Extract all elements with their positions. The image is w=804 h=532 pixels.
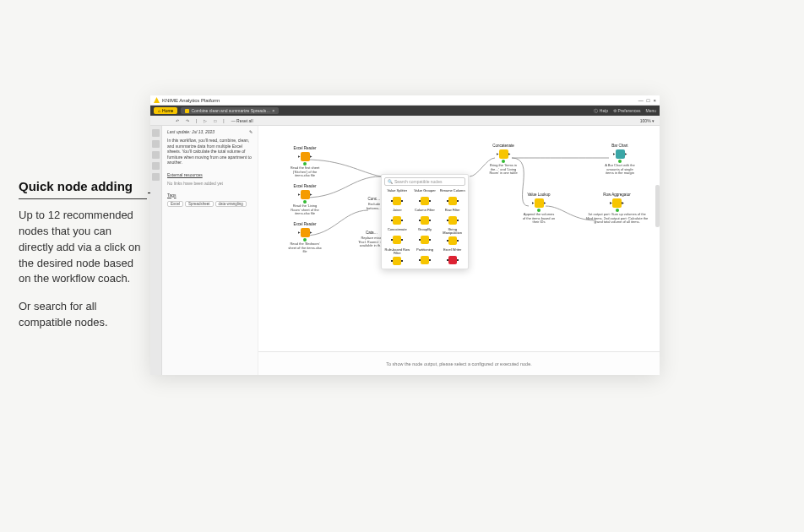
node-icon	[393, 257, 401, 265]
recommended-node-item[interactable]: Row Filter	[439, 208, 465, 225]
tags-heading: Tags	[167, 193, 253, 198]
tag-item[interactable]: Spreadsheet	[185, 201, 214, 207]
edit-desc-icon[interactable]: ✎	[249, 129, 253, 134]
workflow-canvas[interactable]: Excel Reader Read the first sheet ('Kitc…	[258, 126, 660, 351]
tab-close-icon[interactable]: ×	[272, 108, 274, 113]
canvas-scrollbar[interactable]	[655, 185, 660, 227]
sidebar-description-icon[interactable]	[152, 129, 160, 137]
zoom-dropdown[interactable]: 100% ▾	[640, 118, 655, 123]
preferences-link[interactable]: ⚙ Preferences	[613, 108, 640, 113]
value-lookup-icon	[535, 198, 544, 208]
node-icon	[393, 216, 401, 225]
window-maximize-button[interactable]: □	[647, 98, 650, 103]
home-button[interactable]: ⌂ Home	[154, 107, 177, 114]
node-icon	[448, 236, 457, 245]
node-bar-chart[interactable]: Bar Chart A Bar Chart with the amounts o…	[603, 144, 637, 176]
sidebar-settings-icon[interactable]	[152, 173, 160, 181]
node-label: Value Splitter	[384, 189, 410, 196]
node-icon	[393, 197, 401, 205]
window-title: KNIME Analytics Platform	[162, 98, 220, 103]
node-label: GroupBy	[412, 228, 438, 235]
concatenate-icon	[499, 149, 508, 159]
toolbar-run-icon[interactable]: ▷	[204, 118, 207, 123]
excel-reader-icon	[301, 190, 310, 199]
node-excel-reader-1[interactable]: Excel Reader Read the first sheet ('Kitc…	[288, 147, 322, 178]
window-minimize-button[interactable]: —	[638, 98, 644, 103]
sidebar-rail	[150, 126, 162, 375]
annotation-p2: Or search for all compatible nodes.	[19, 299, 147, 331]
recommended-node-item[interactable]: Column Filter	[412, 208, 438, 225]
node-icon	[421, 197, 429, 205]
annotation-p1: Up to 12 recommended nodes that you can …	[19, 208, 147, 287]
workflow-tab-icon	[185, 109, 189, 113]
quick-add-popup: 🔍 Search compatible nodes Value Splitter…	[381, 174, 469, 269]
toolbar-stop-icon[interactable]: □	[214, 118, 216, 123]
recommended-node-item[interactable]: Value Grouper	[412, 188, 438, 206]
content-area: Last update: Jul 13, 2023 ✎ In this work…	[150, 126, 660, 375]
search-icon: 🔍	[388, 179, 393, 184]
node-label: Joiner	[384, 209, 410, 215]
recommended-nodes-grid: Value SplitterValue GrouperRename Column…	[384, 188, 465, 266]
node-search-input[interactable]: 🔍 Search compatible nodes	[384, 177, 465, 186]
row-aggregator-icon	[612, 198, 622, 208]
last-update-label: Last update: Jul 13, 2023	[167, 129, 215, 134]
recommended-node-item[interactable]: Concatenate	[384, 227, 410, 246]
node-label: Excel Writer	[439, 248, 465, 255]
recommended-node-item[interactable]: Value Splitter	[384, 188, 410, 206]
canvas-wrap: Excel Reader Read the first sheet ('Kitc…	[258, 126, 660, 375]
sidebar-repository-icon[interactable]	[152, 140, 160, 148]
toolbar-redo-icon[interactable]: ↷	[186, 118, 189, 123]
node-label: Column Filter	[412, 209, 438, 215]
reset-all-button[interactable]: — Reset all	[231, 118, 253, 123]
external-resources-heading: External resources	[167, 172, 253, 177]
recommended-node-item[interactable]: Rule-based Row Filter	[384, 247, 410, 266]
node-icon	[421, 216, 429, 225]
status-message: To show the node output, please select a…	[386, 361, 531, 366]
node-icon	[421, 236, 429, 244]
node-icon	[448, 216, 457, 225]
recommended-node-item[interactable]: Joiner	[384, 208, 410, 225]
node-row-aggregator[interactable]: Row Aggregator 1st output port: Sum up v…	[585, 193, 649, 225]
node-excel-reader-2[interactable]: Excel Reader Read the 'Living Room' shee…	[288, 185, 322, 216]
node-excel-reader-3[interactable]: Excel Reader Read the 'Bedroom' sheet of…	[288, 223, 322, 254]
sidebar-monitor-icon[interactable]	[152, 151, 160, 159]
node-concatenate[interactable]: Concatenate Bring the 'Items in the…' an…	[486, 144, 520, 176]
node-label: Rename Column	[439, 189, 465, 196]
tag-item[interactable]: data wrangling	[215, 201, 247, 207]
node-icon	[421, 256, 429, 264]
toolbar-sep: |	[196, 118, 197, 123]
node-value-lookup[interactable]: Value Lookup Append the volumes of the i…	[522, 193, 556, 225]
bar-chart-icon	[616, 149, 625, 159]
recommended-node-item[interactable]: Partitioning	[412, 247, 438, 266]
excel-reader-icon	[301, 228, 310, 237]
home-icon: ⌂	[158, 108, 160, 113]
recommended-node-item[interactable]: Rename Column	[439, 188, 465, 206]
description-panel: Last update: Jul 13, 2023 ✎ In this work…	[162, 126, 258, 375]
recommended-node-item[interactable]: GroupBy	[412, 227, 438, 246]
annotation-panel: Quick node adding Up to 12 recommended n…	[19, 179, 147, 343]
window-close-button[interactable]: ×	[653, 98, 656, 103]
app-window: KNIME Analytics Platform — □ × ⌂ Home Co…	[150, 95, 660, 375]
search-placeholder: Search compatible nodes	[394, 179, 442, 184]
workflow-tab[interactable]: Combine clean and summarize Spreads… ×	[181, 107, 279, 114]
node-icon	[393, 236, 401, 244]
window-titlebar: KNIME Analytics Platform — □ ×	[150, 95, 660, 106]
tag-item[interactable]: Excel	[167, 201, 183, 207]
top-bar: ⌂ Home Combine clean and summarize Sprea…	[150, 106, 660, 116]
recommended-node-item[interactable]: Excel Writer	[439, 247, 465, 266]
node-label: Row Filter	[439, 209, 465, 215]
sidebar-ai-icon[interactable]	[152, 162, 160, 170]
annotation-title: Quick node adding	[19, 179, 147, 193]
node-icon	[448, 197, 457, 205]
annotation-divider	[19, 198, 147, 199]
output-status-bar: To show the node output, please select a…	[258, 351, 660, 375]
node-label: Value Grouper	[412, 189, 438, 196]
toolbar-undo-icon[interactable]: ↶	[176, 118, 179, 123]
help-link[interactable]: ⓘ Help	[594, 108, 608, 113]
recommended-node-item[interactable]: String Manipulation	[439, 227, 465, 246]
node-label: String Manipulation	[439, 228, 465, 236]
toolbar: ↶ ↷ | ▷ □ | — Reset all 100% ▾	[150, 116, 660, 126]
toolbar-sep2: |	[223, 118, 224, 123]
menu-link[interactable]: Menu	[645, 108, 656, 113]
node-icon	[448, 256, 457, 264]
